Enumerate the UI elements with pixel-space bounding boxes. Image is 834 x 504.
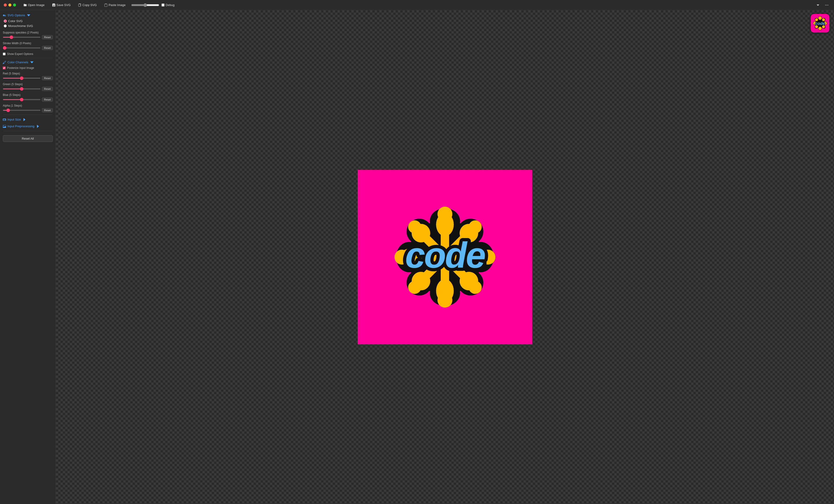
green-control: Reset (3, 87, 53, 91)
expert-options-checkbox[interactable] (3, 52, 5, 56)
paste-image-button[interactable]: Paste Image (102, 2, 128, 8)
red-reset[interactable]: Reset (42, 76, 53, 80)
svg-point-32 (469, 281, 482, 294)
svg-point-29 (408, 220, 421, 234)
monochrome-svg-option[interactable]: Monochrome SVG (4, 24, 53, 28)
expand-arrow-icon (23, 118, 26, 121)
red-label: Red (5 Steps) (3, 72, 53, 75)
input-preprocessing-section[interactable]: Input Preprocessing (3, 124, 53, 128)
clipboard-icon (104, 3, 108, 7)
close-button[interactable] (4, 3, 7, 6)
blue-reset[interactable]: Reset (42, 97, 53, 102)
svg-point-46 (818, 17, 822, 20)
svg-point-51 (822, 18, 825, 21)
alpha-row: Alpha (1 Steps) Reset (3, 104, 53, 112)
stroke-width-reset[interactable]: Reset (42, 46, 53, 50)
copy-svg-button[interactable]: Copy SVG (76, 2, 98, 8)
thumbnail-svg: code code (811, 14, 829, 32)
suppress-speckles-row: Suppress speckles (2 Pixels) Reset (3, 31, 53, 39)
monochrome-svg-label: Monochrome SVG (8, 24, 33, 28)
slider-area: Debug (131, 3, 811, 7)
input-size-section[interactable]: Input Size (3, 117, 53, 122)
traffic-lights (4, 3, 16, 6)
pencil-icon (3, 61, 6, 64)
paste-image-label: Paste Image (109, 3, 126, 7)
expert-options-label: Show Expert Options (7, 52, 33, 56)
canvas-image: code code code (358, 170, 532, 344)
maximize-button[interactable] (13, 3, 16, 6)
svg-point-47 (818, 27, 822, 30)
input-size-label: Input Size (7, 118, 21, 121)
svg-text:code: code (405, 235, 485, 275)
titlebar: Open Image Save SVG Copy SVG Paste Image… (0, 0, 834, 10)
show-expert-options[interactable]: Show Expert Options (3, 52, 53, 56)
svg-point-1 (827, 5, 827, 5)
divider-3 (3, 131, 53, 131)
alpha-label: Alpha (1 Steps) (3, 104, 53, 107)
svg-point-26 (437, 293, 452, 308)
color-channels-label: Color Channels (7, 61, 28, 64)
posterize-option[interactable]: Posterize Input Image (3, 66, 53, 70)
sidebar: SVG Options Color SVG Monochrome SVG Sup… (0, 10, 56, 504)
suppress-speckles-control: Reset (3, 35, 53, 39)
suppress-speckles-slider[interactable] (3, 37, 41, 38)
folder-icon (23, 3, 27, 7)
red-slider[interactable] (3, 78, 41, 79)
more-icon (825, 3, 829, 7)
alpha-slider[interactable] (3, 110, 41, 111)
posterize-label: Posterize Input Image (7, 66, 34, 70)
stroke-width-label: Stroke Width (0 Pixels) (3, 42, 53, 45)
suppress-speckles-label: Suppress speckles (2 Pixels) (3, 31, 53, 34)
ruler-icon (3, 118, 6, 121)
svg-point-0 (825, 5, 826, 5)
debug-text: Debug (166, 3, 175, 7)
thumbnail: code code (811, 14, 829, 32)
copy-icon (78, 3, 81, 7)
svg-point-50 (815, 18, 818, 21)
debug-label[interactable]: Debug (161, 3, 175, 7)
color-svg-label: Color SVG (8, 19, 23, 23)
chevron-down-icon (816, 3, 819, 7)
alpha-control: Reset (3, 108, 53, 112)
svg-options-header[interactable]: SVG Options (3, 14, 53, 17)
sliders-icon (3, 14, 6, 17)
blue-slider[interactable] (3, 99, 41, 100)
minimize-button[interactable] (8, 3, 12, 6)
stroke-width-control: Reset (3, 46, 53, 50)
svg-point-30 (469, 220, 482, 234)
copy-svg-label: Copy SVG (82, 3, 96, 7)
reset-all-button[interactable]: Reset All (3, 135, 53, 142)
green-slider[interactable] (3, 88, 41, 89)
blue-control: Reset (3, 97, 53, 102)
main-layout: SVG Options Color SVG Monochrome SVG Sup… (0, 10, 834, 504)
open-image-button[interactable]: Open Image (22, 2, 47, 8)
expand-arrow-2-icon (36, 125, 40, 128)
debug-checkbox[interactable] (161, 3, 164, 6)
green-row: Green (5 Steps) Reset (3, 83, 53, 91)
more-button[interactable] (823, 3, 830, 8)
titlebar-right (814, 3, 830, 8)
green-label: Green (5 Steps) (3, 83, 53, 86)
alpha-reset[interactable]: Reset (42, 108, 53, 112)
divider-1 (3, 58, 53, 58)
color-svg-radio[interactable] (4, 20, 7, 23)
blue-label: Blue (5 Steps) (3, 93, 53, 96)
color-svg-option[interactable]: Color SVG (4, 19, 53, 23)
stroke-width-row: Stroke Width (0 Pixels) Reset (3, 42, 53, 50)
monochrome-svg-radio[interactable] (4, 24, 7, 27)
divider-2 (3, 115, 53, 115)
svg-point-25 (437, 206, 452, 221)
canvas-area: code code code (56, 10, 834, 504)
chevron-down-button[interactable] (814, 3, 821, 8)
zoom-slider[interactable] (131, 3, 159, 7)
color-channels-header[interactable]: Color Channels (3, 61, 53, 64)
svg-point-31 (408, 281, 421, 294)
posterize-checkbox[interactable] (3, 67, 5, 69)
stroke-width-slider[interactable] (3, 47, 41, 48)
svg-type-radio-group: Color SVG Monochrome SVG (3, 19, 53, 28)
green-reset[interactable]: Reset (42, 87, 53, 91)
save-svg-button[interactable]: Save SVG (50, 2, 72, 8)
save-icon (52, 3, 56, 7)
open-image-label: Open Image (28, 3, 45, 7)
suppress-speckles-reset[interactable]: Reset (42, 35, 53, 39)
